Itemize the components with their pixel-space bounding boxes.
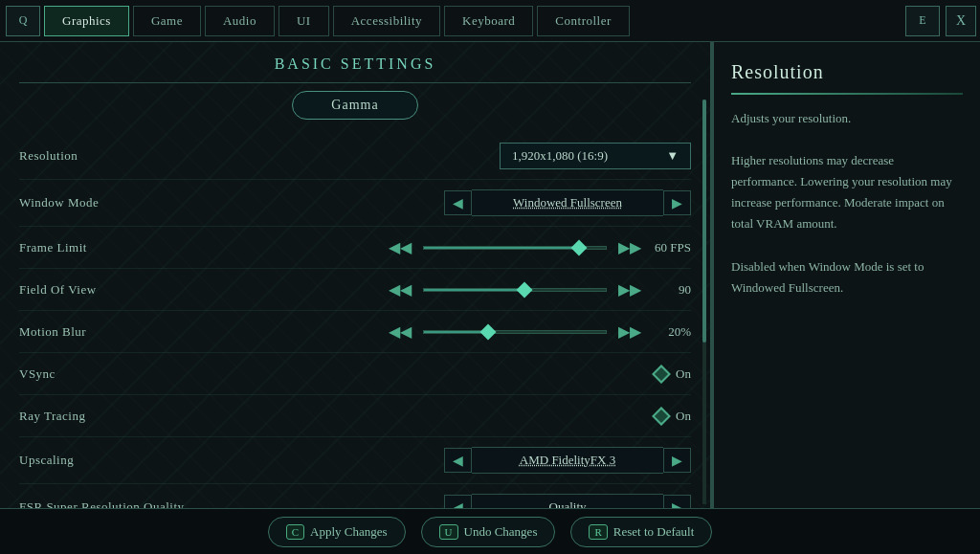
window-mode-value: Windowed Fullscreen (472, 189, 663, 216)
close-button[interactable]: X (946, 6, 976, 36)
fsr-quality-selector: ◀ Quality ▶ (444, 494, 691, 508)
tab-accessibility[interactable]: Accessibility (333, 6, 440, 36)
ray-tracing-toggle-icon (652, 407, 671, 426)
frame-limit-increase-button[interactable]: ▶▶ (614, 238, 645, 256)
gamma-button[interactable]: Gamma (292, 91, 417, 120)
fsr-quality-next-button[interactable]: ▶ (663, 495, 691, 508)
fov-slider: ◀◀ ▶▶ 90 (385, 280, 691, 299)
bottom-bar: C Apply Changes U Undo Changes R Reset t… (0, 508, 980, 554)
resolution-dropdown[interactable]: 1,920x1,080 (16:9) ▼ (500, 143, 691, 169)
window-mode-label: Window Mode (19, 195, 211, 211)
tab-game[interactable]: Game (133, 6, 201, 36)
info-text: Adjusts your resolution. Higher resoluti… (731, 108, 963, 299)
fov-thumb (516, 281, 532, 298)
tab-audio[interactable]: Audio (205, 6, 275, 36)
ray-tracing-toggle[interactable]: On (655, 409, 691, 424)
window-mode-next-button[interactable]: ▶ (663, 190, 691, 215)
nav-icon-e[interactable]: E (905, 6, 940, 36)
undo-key-badge: U (439, 524, 458, 540)
upscaling-selector: ◀ AMD FidelityFX 3 ▶ (444, 447, 691, 474)
ray-tracing-label: Ray Tracing (19, 409, 211, 424)
frame-limit-decrease-button[interactable]: ◀◀ (385, 238, 415, 256)
reset-to-default-label: Reset to Default (613, 524, 694, 540)
tab-controller[interactable]: Controller (537, 6, 629, 36)
frame-limit-slider: ◀◀ ▶▶ 60 FPS (385, 238, 691, 256)
frame-limit-thumb (570, 239, 587, 255)
motion-blur-fill (424, 331, 488, 333)
setting-row-fsr-quality: FSR Super Resolution Quality ◀ Quality ▶ (19, 484, 691, 508)
frame-limit-fill (424, 247, 579, 249)
fov-track[interactable] (423, 288, 607, 292)
setting-row-vsync: VSync On (19, 353, 691, 395)
main-content: Basic Settings Gamma Resolution 1,920x1,… (0, 42, 980, 508)
ray-tracing-value: On (676, 409, 691, 424)
tab-graphics[interactable]: Graphics (44, 6, 129, 36)
resolution-label: Resolution (19, 148, 211, 164)
fov-increase-button[interactable]: ▶▶ (614, 280, 645, 299)
left-panel: Basic Settings Gamma Resolution 1,920x1,… (0, 42, 712, 508)
fsr-quality-prev-button[interactable]: ◀ (444, 495, 472, 508)
apply-changes-label: Apply Changes (310, 524, 388, 540)
setting-row-resolution: Resolution 1,920x1,080 (16:9) ▼ (19, 133, 691, 180)
undo-changes-button[interactable]: U Undo Changes (421, 517, 556, 547)
right-panel: Resolution Adjusts your resolution. High… (712, 42, 980, 508)
reset-key-badge: R (589, 524, 607, 540)
setting-row-ray-tracing: Ray Tracing On (19, 395, 691, 437)
motion-blur-track[interactable] (423, 330, 607, 334)
info-title: Resolution (731, 61, 963, 83)
undo-changes-label: Undo Changes (464, 524, 538, 540)
motion-blur-thumb (479, 323, 496, 340)
fsr-quality-label: FSR Super Resolution Quality (19, 499, 211, 508)
vsync-value: On (676, 366, 691, 382)
motion-blur-decrease-button[interactable]: ◀◀ (385, 322, 415, 341)
upscaling-prev-button[interactable]: ◀ (444, 448, 472, 473)
setting-row-frame-limit: Frame Limit ◀◀ ▶▶ 60 FPS (19, 227, 691, 269)
window-mode-prev-button[interactable]: ◀ (444, 190, 472, 215)
top-nav: Q Graphics Game Audio UI Accessibility K… (0, 0, 980, 42)
apply-key-badge: C (286, 524, 304, 540)
motion-blur-value: 20% (653, 324, 691, 340)
apply-changes-button[interactable]: C Apply Changes (268, 517, 406, 547)
motion-blur-increase-button[interactable]: ▶▶ (614, 322, 645, 341)
fov-decrease-button[interactable]: ◀◀ (385, 280, 415, 299)
motion-blur-slider: ◀◀ ▶▶ 20% (385, 322, 691, 341)
upscaling-value: AMD FidelityFX 3 (472, 447, 663, 474)
fov-value: 90 (653, 282, 691, 298)
setting-row-fov: Field Of View ◀◀ ▶▶ 90 (19, 269, 691, 311)
fov-label: Field Of View (19, 282, 211, 298)
window-mode-selector: ◀ Windowed Fullscreen ▶ (444, 189, 691, 216)
vsync-toggle-icon (652, 365, 671, 384)
frame-limit-label: Frame Limit (19, 240, 211, 255)
frame-limit-value: 60 FPS (653, 240, 691, 255)
nav-icon-q[interactable]: Q (6, 6, 40, 36)
vsync-toggle[interactable]: On (655, 366, 691, 382)
motion-blur-label: Motion Blur (19, 324, 211, 340)
upscaling-next-button[interactable]: ▶ (663, 448, 691, 473)
section-title: Basic Settings (19, 42, 691, 83)
setting-row-window-mode: Window Mode ◀ Windowed Fullscreen ▶ (19, 180, 691, 227)
setting-row-upscaling: Upscaling ◀ AMD FidelityFX 3 ▶ (19, 437, 691, 484)
upscaling-label: Upscaling (19, 453, 211, 468)
info-divider (731, 93, 963, 95)
reset-to-default-button[interactable]: R Reset to Default (570, 517, 712, 547)
fov-fill (424, 289, 524, 291)
tab-ui[interactable]: UI (278, 6, 329, 36)
setting-row-motion-blur: Motion Blur ◀◀ ▶▶ 20% (19, 311, 691, 353)
vsync-label: VSync (19, 366, 211, 382)
fsr-quality-value: Quality (472, 494, 663, 508)
dropdown-arrow-icon: ▼ (666, 148, 679, 164)
tab-keyboard[interactable]: Keyboard (444, 6, 533, 36)
frame-limit-track[interactable] (423, 246, 607, 250)
